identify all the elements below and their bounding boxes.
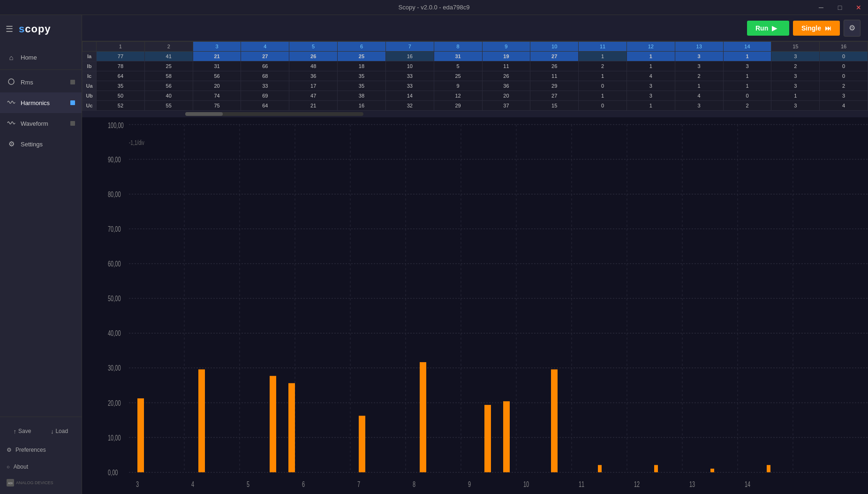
sidebar-label-harmonics: Harmonics <box>21 99 66 106</box>
single-label: Single <box>801 24 821 32</box>
cell-ic-5: 36 <box>289 71 338 81</box>
cell-ub-11: 1 <box>579 91 627 101</box>
cell-ic-1: 64 <box>97 71 145 81</box>
single-button[interactable]: Single ⏭ <box>793 21 840 36</box>
cell-ic-8: 25 <box>434 71 482 81</box>
cell-ua-10: 29 <box>530 81 579 91</box>
cell-ic-15: 3 <box>771 71 820 81</box>
load-label: Load <box>55 428 68 434</box>
waveform-indicator <box>70 121 75 126</box>
scrollbar-thumb[interactable] <box>185 112 223 116</box>
single-skip-icon: ⏭ <box>825 24 831 32</box>
x-label-6: 6 <box>302 479 305 488</box>
preferences-button[interactable]: ⚙ Preferences <box>0 441 82 458</box>
logo-s: s <box>19 23 25 35</box>
harmonics-data-table: 1 2 3 4 5 6 7 8 9 10 11 12 13 14 <box>82 41 868 111</box>
y-label-70: 70,00 <box>108 225 121 234</box>
chart-area: 100,00 90,00 80,00 70,00 60,00 50,00 40,… <box>82 117 868 494</box>
cell-ib-16: 0 <box>820 61 868 71</box>
sidebar-header: ☰ scopy <box>0 15 82 43</box>
restore-button[interactable]: □ <box>830 0 849 15</box>
sidebar-item-rms[interactable]: Rms <box>0 72 82 92</box>
col-header-14: 14 <box>723 42 771 52</box>
save-label: Save <box>18 428 31 434</box>
sidebar-item-waveform[interactable]: Waveform <box>0 113 82 134</box>
cell-uc-7: 32 <box>385 101 434 111</box>
cell-ib-1: 78 <box>97 61 145 71</box>
cell-ic-16: 0 <box>820 71 868 81</box>
col-header-label <box>83 42 97 52</box>
title-bar: Scopy - v2.0.0 - eda798c9 ─ □ ✕ <box>0 0 868 15</box>
cell-ib-11: 2 <box>579 61 627 71</box>
run-button[interactable]: Run ▶ <box>747 21 789 36</box>
about-label: About <box>14 464 28 470</box>
col-header-3: 3 <box>193 42 241 52</box>
minimize-button[interactable]: ─ <box>812 0 830 15</box>
table-row-ib: Ib7825316648181051126213320 <box>83 61 868 71</box>
x-label-5: 5 <box>247 479 249 488</box>
table-row-ua: Ua3556203317353393629031132 <box>83 81 868 91</box>
load-button[interactable]: ↓ Load <box>41 423 78 440</box>
table-row-uc: Uc52557564211632293715013234 <box>83 101 868 111</box>
bar-10a <box>551 369 558 472</box>
cell-ia-3: 21 <box>193 52 241 61</box>
cell-ia-15: 3 <box>771 52 820 61</box>
cell-ib-13: 3 <box>675 61 723 71</box>
cell-uc-1: 52 <box>97 101 145 111</box>
cell-uc-8: 29 <box>434 101 482 111</box>
cell-uc-5: 21 <box>289 101 338 111</box>
menu-toggle[interactable]: ☰ <box>6 24 13 34</box>
cell-uc-16: 4 <box>820 101 868 111</box>
scrollbar-area <box>82 111 868 117</box>
sidebar-item-home[interactable]: ⌂ Home <box>0 47 82 68</box>
cell-ib-2: 25 <box>144 61 193 71</box>
cell-uc-3: 75 <box>193 101 241 111</box>
horizontal-scrollbar[interactable] <box>185 112 363 116</box>
cell-ic-2: 58 <box>144 71 193 81</box>
y-label-50: 50,00 <box>108 294 121 303</box>
cell-ia-9: 19 <box>482 52 530 61</box>
sidebar-item-harmonics[interactable]: Harmonics <box>0 92 82 113</box>
y-label-80: 80,00 <box>108 190 121 198</box>
col-header-11: 11 <box>579 42 627 52</box>
about-button[interactable]: ○ About <box>0 458 82 475</box>
channel-settings-button[interactable]: ⚙ <box>844 20 860 37</box>
table-header: 1 2 3 4 5 6 7 8 9 10 11 12 13 14 <box>83 42 868 52</box>
cell-ia-16: 0 <box>820 52 868 61</box>
row-label-ua: Ua <box>83 81 97 91</box>
cell-ub-14: 0 <box>723 91 771 101</box>
sidebar-nav: ⌂ Home Rms Harmonics <box>0 43 82 417</box>
cell-ib-7: 10 <box>385 61 434 71</box>
cell-ub-15: 1 <box>771 91 820 101</box>
sidebar: ☰ scopy ⌂ Home Rms <box>0 15 82 494</box>
preferences-icon: ⚙ <box>7 447 12 453</box>
cell-ib-10: 26 <box>530 61 579 71</box>
sidebar-label-settings: Settings <box>21 141 75 148</box>
cell-ua-9: 36 <box>482 81 530 91</box>
main-content: Run ▶ Single ⏭ ⚙ 1 2 3 4 <box>82 15 868 494</box>
bar-14a <box>767 465 770 472</box>
sidebar-item-settings[interactable]: ⚙ Settings <box>0 134 82 154</box>
cell-ua-8: 9 <box>434 81 482 91</box>
table-row-ic: Ic64585668363533252611142130 <box>83 71 868 81</box>
cell-ib-14: 3 <box>723 61 771 71</box>
cell-ub-8: 12 <box>434 91 482 101</box>
col-header-1: 1 <box>97 42 145 52</box>
harmonics-table-container: 1 2 3 4 5 6 7 8 9 10 11 12 13 14 <box>82 41 868 111</box>
cell-ib-15: 2 <box>771 61 820 71</box>
y-label-90: 90,00 <box>108 155 121 164</box>
cell-uc-15: 3 <box>771 101 820 111</box>
x-label-4: 4 <box>191 479 194 488</box>
save-button[interactable]: ↑ Save <box>4 423 41 440</box>
cell-ub-12: 3 <box>626 91 675 101</box>
row-label-ic: Ic <box>83 71 97 81</box>
cell-ic-9: 26 <box>482 71 530 81</box>
cell-ua-6: 35 <box>338 81 386 91</box>
cell-ia-7: 16 <box>385 52 434 61</box>
window-title: Scopy - v2.0.0 - eda798c9 <box>399 4 470 11</box>
y-label-20: 20,00 <box>108 398 121 407</box>
cell-ua-5: 17 <box>289 81 338 91</box>
x-label-11: 11 <box>579 479 584 488</box>
cell-ia-8: 31 <box>434 52 482 61</box>
close-button[interactable]: ✕ <box>849 0 868 15</box>
